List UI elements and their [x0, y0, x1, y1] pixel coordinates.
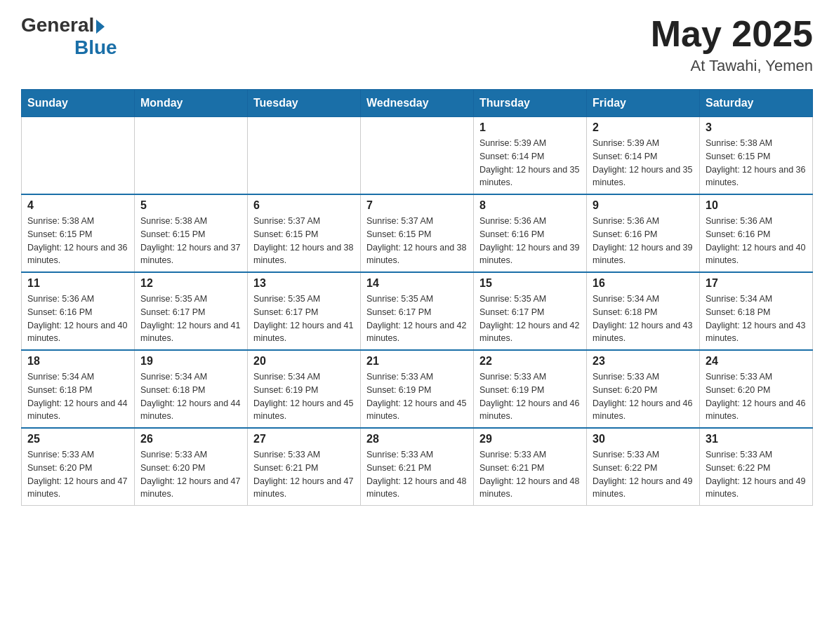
month-title: May 2025	[651, 14, 813, 54]
day-info: Sunrise: 5:35 AMSunset: 6:17 PMDaylight:…	[140, 293, 241, 345]
table-row: 17Sunrise: 5:34 AMSunset: 6:18 PMDayligh…	[700, 272, 813, 350]
table-row	[361, 117, 474, 195]
day-number: 23	[593, 355, 694, 368]
table-row: 14Sunrise: 5:35 AMSunset: 6:17 PMDayligh…	[361, 272, 474, 350]
table-row: 27Sunrise: 5:33 AMSunset: 6:21 PMDayligh…	[248, 428, 361, 506]
table-row: 21Sunrise: 5:33 AMSunset: 6:19 PMDayligh…	[361, 350, 474, 428]
col-saturday: Saturday	[700, 90, 813, 117]
day-number: 24	[706, 355, 807, 368]
day-info: Sunrise: 5:39 AMSunset: 6:14 PMDaylight:…	[479, 137, 581, 189]
logo-general-text: General	[21, 14, 94, 36]
table-row: 26Sunrise: 5:33 AMSunset: 6:20 PMDayligh…	[135, 428, 248, 506]
day-info: Sunrise: 5:33 AMSunset: 6:21 PMDaylight:…	[479, 448, 581, 501]
day-info: Sunrise: 5:33 AMSunset: 6:20 PMDaylight:…	[27, 448, 128, 501]
day-info: Sunrise: 5:34 AMSunset: 6:18 PMDaylight:…	[706, 293, 807, 345]
day-info: Sunrise: 5:33 AMSunset: 6:19 PMDaylight:…	[479, 370, 581, 423]
location-title: At Tawahi, Yemen	[651, 57, 813, 75]
title-section: May 2025 At Tawahi, Yemen	[651, 14, 813, 75]
day-info: Sunrise: 5:33 AMSunset: 6:22 PMDaylight:…	[593, 448, 694, 501]
day-number: 7	[366, 199, 468, 212]
table-row: 4Sunrise: 5:38 AMSunset: 6:15 PMDaylight…	[22, 194, 135, 272]
day-number: 27	[253, 433, 355, 445]
table-row: 6Sunrise: 5:37 AMSunset: 6:15 PMDaylight…	[248, 194, 361, 272]
day-info: Sunrise: 5:33 AMSunset: 6:20 PMDaylight:…	[706, 370, 807, 423]
day-info: Sunrise: 5:35 AMSunset: 6:17 PMDaylight:…	[366, 293, 468, 345]
day-number: 15	[479, 277, 581, 290]
table-row: 22Sunrise: 5:33 AMSunset: 6:19 PMDayligh…	[474, 350, 587, 428]
col-monday: Monday	[135, 90, 248, 117]
table-row	[22, 117, 135, 195]
calendar-week-row: 1Sunrise: 5:39 AMSunset: 6:14 PMDaylight…	[22, 117, 813, 195]
col-thursday: Thursday	[474, 90, 587, 117]
day-number: 11	[27, 277, 128, 290]
table-row: 8Sunrise: 5:36 AMSunset: 6:16 PMDaylight…	[474, 194, 587, 272]
table-row: 9Sunrise: 5:36 AMSunset: 6:16 PMDaylight…	[587, 194, 700, 272]
day-number: 26	[140, 433, 241, 445]
day-number: 4	[27, 199, 128, 212]
table-row: 16Sunrise: 5:34 AMSunset: 6:18 PMDayligh…	[587, 272, 700, 350]
day-number: 9	[593, 199, 694, 212]
day-number: 29	[479, 433, 581, 445]
day-info: Sunrise: 5:38 AMSunset: 6:15 PMDaylight:…	[27, 215, 128, 267]
col-wednesday: Wednesday	[361, 90, 474, 117]
table-row: 25Sunrise: 5:33 AMSunset: 6:20 PMDayligh…	[22, 428, 135, 506]
day-number: 28	[366, 433, 468, 445]
table-row: 13Sunrise: 5:35 AMSunset: 6:17 PMDayligh…	[248, 272, 361, 350]
table-row: 29Sunrise: 5:33 AMSunset: 6:21 PMDayligh…	[474, 428, 587, 506]
day-number: 14	[366, 277, 468, 290]
day-number: 12	[140, 277, 241, 290]
table-row: 12Sunrise: 5:35 AMSunset: 6:17 PMDayligh…	[135, 272, 248, 350]
day-number: 10	[706, 199, 807, 212]
table-row	[135, 117, 248, 195]
table-row: 10Sunrise: 5:36 AMSunset: 6:16 PMDayligh…	[700, 194, 813, 272]
table-row: 3Sunrise: 5:38 AMSunset: 6:15 PMDaylight…	[700, 117, 813, 195]
day-info: Sunrise: 5:35 AMSunset: 6:17 PMDaylight:…	[479, 293, 581, 345]
table-row: 28Sunrise: 5:33 AMSunset: 6:21 PMDayligh…	[361, 428, 474, 506]
table-row: 7Sunrise: 5:37 AMSunset: 6:15 PMDaylight…	[361, 194, 474, 272]
day-info: Sunrise: 5:38 AMSunset: 6:15 PMDaylight:…	[706, 137, 807, 189]
day-info: Sunrise: 5:33 AMSunset: 6:21 PMDaylight:…	[366, 448, 468, 501]
table-row: 18Sunrise: 5:34 AMSunset: 6:18 PMDayligh…	[22, 350, 135, 428]
table-row: 31Sunrise: 5:33 AMSunset: 6:22 PMDayligh…	[700, 428, 813, 506]
day-info: Sunrise: 5:33 AMSunset: 6:22 PMDaylight:…	[706, 448, 807, 501]
day-info: Sunrise: 5:38 AMSunset: 6:15 PMDaylight:…	[140, 215, 241, 267]
day-number: 21	[366, 355, 468, 368]
day-number: 6	[253, 199, 355, 212]
day-info: Sunrise: 5:33 AMSunset: 6:21 PMDaylight:…	[253, 448, 355, 501]
day-info: Sunrise: 5:34 AMSunset: 6:18 PMDaylight:…	[140, 370, 241, 423]
day-number: 25	[27, 433, 128, 445]
day-info: Sunrise: 5:39 AMSunset: 6:14 PMDaylight:…	[593, 137, 694, 189]
table-row: 19Sunrise: 5:34 AMSunset: 6:18 PMDayligh…	[135, 350, 248, 428]
calendar-week-row: 18Sunrise: 5:34 AMSunset: 6:18 PMDayligh…	[22, 350, 813, 428]
logo-blue-line2: Blue	[74, 36, 117, 58]
day-info: Sunrise: 5:36 AMSunset: 6:16 PMDaylight:…	[706, 215, 807, 267]
calendar-header-row: Sunday Monday Tuesday Wednesday Thursday…	[22, 90, 813, 117]
table-row: 11Sunrise: 5:36 AMSunset: 6:16 PMDayligh…	[22, 272, 135, 350]
calendar-table: Sunday Monday Tuesday Wednesday Thursday…	[21, 89, 813, 506]
day-number: 20	[253, 355, 355, 368]
day-number: 13	[253, 277, 355, 290]
day-info: Sunrise: 5:34 AMSunset: 6:18 PMDaylight:…	[27, 370, 128, 423]
table-row: 24Sunrise: 5:33 AMSunset: 6:20 PMDayligh…	[700, 350, 813, 428]
day-info: Sunrise: 5:36 AMSunset: 6:16 PMDaylight:…	[593, 215, 694, 267]
day-number: 2	[593, 121, 694, 134]
day-info: Sunrise: 5:34 AMSunset: 6:19 PMDaylight:…	[253, 370, 355, 423]
col-tuesday: Tuesday	[248, 90, 361, 117]
calendar-week-row: 25Sunrise: 5:33 AMSunset: 6:20 PMDayligh…	[22, 428, 813, 506]
day-number: 8	[479, 199, 581, 212]
table-row: 5Sunrise: 5:38 AMSunset: 6:15 PMDaylight…	[135, 194, 248, 272]
day-number: 19	[140, 355, 241, 368]
day-info: Sunrise: 5:35 AMSunset: 6:17 PMDaylight:…	[253, 293, 355, 345]
table-row: 2Sunrise: 5:39 AMSunset: 6:14 PMDaylight…	[587, 117, 700, 195]
day-number: 16	[593, 277, 694, 290]
page-header: General Blue May 2025 At Tawahi, Yemen	[21, 14, 813, 75]
day-number: 31	[706, 433, 807, 445]
day-number: 17	[706, 277, 807, 290]
col-friday: Friday	[587, 90, 700, 117]
day-info: Sunrise: 5:33 AMSunset: 6:19 PMDaylight:…	[366, 370, 468, 423]
calendar-week-row: 4Sunrise: 5:38 AMSunset: 6:15 PMDaylight…	[22, 194, 813, 272]
table-row: 23Sunrise: 5:33 AMSunset: 6:20 PMDayligh…	[587, 350, 700, 428]
day-info: Sunrise: 5:33 AMSunset: 6:20 PMDaylight:…	[140, 448, 241, 501]
day-info: Sunrise: 5:36 AMSunset: 6:16 PMDaylight:…	[27, 293, 128, 345]
day-info: Sunrise: 5:33 AMSunset: 6:20 PMDaylight:…	[593, 370, 694, 423]
